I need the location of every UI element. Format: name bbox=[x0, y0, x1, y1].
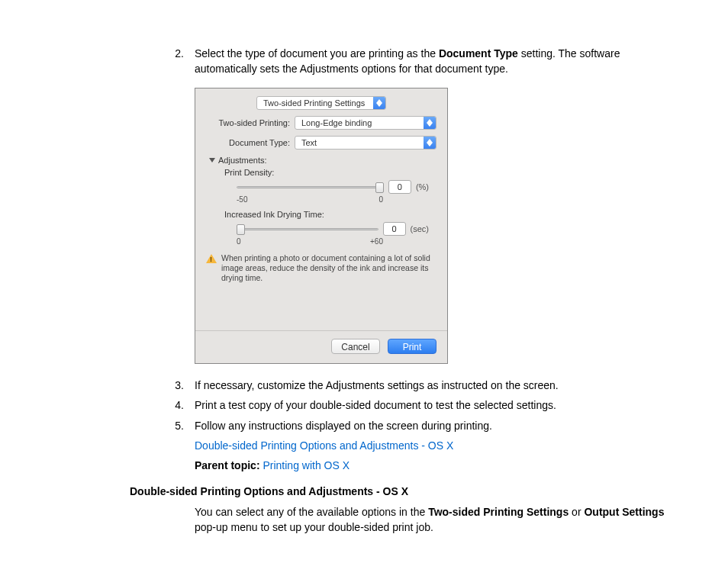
section-heading: Double-sided Printing Options and Adjust… bbox=[130, 484, 682, 499]
step-number: 4. bbox=[164, 397, 195, 413]
settings-category-select[interactable]: Two-sided Printing Settings bbox=[256, 96, 386, 110]
parent-topic-link[interactable]: Printing with OS X bbox=[263, 459, 350, 471]
step-5: 5. Follow any instructions displayed on … bbox=[46, 418, 682, 433]
chevron-updown-icon bbox=[424, 117, 436, 129]
slider-max: +60 bbox=[370, 237, 383, 246]
adjustments-label: Adjustments: bbox=[218, 156, 267, 165]
print-density-value[interactable]: 0 bbox=[388, 180, 411, 194]
svg-marker-1 bbox=[376, 103, 382, 107]
drying-time-value[interactable]: 0 bbox=[383, 222, 406, 236]
warning-note: ! When printing a photo or document cont… bbox=[206, 253, 436, 283]
print-density-label: Print Density: bbox=[224, 168, 436, 177]
warning-icon: ! bbox=[206, 254, 217, 265]
cancel-button[interactable]: Cancel bbox=[331, 339, 380, 354]
svg-marker-3 bbox=[427, 123, 433, 127]
print-button[interactable]: Print bbox=[388, 339, 436, 354]
select-value: Text bbox=[295, 138, 424, 147]
select-value: Long-Edge binding bbox=[295, 118, 424, 127]
options-adjustments-link[interactable]: Double-sided Printing Options and Adjust… bbox=[195, 439, 453, 452]
disclosure-triangle-icon bbox=[209, 158, 215, 162]
step-number: 2. bbox=[164, 46, 195, 77]
select-value: Two-sided Printing Settings bbox=[257, 98, 373, 108]
document-type-label: Document Type: bbox=[206, 138, 295, 147]
slider-min: 0 bbox=[237, 237, 241, 246]
drying-time-unit: (sec) bbox=[411, 224, 429, 233]
svg-marker-5 bbox=[427, 143, 433, 146]
step-text: If necessary, customize the Adjustments … bbox=[195, 378, 682, 393]
adjustments-disclosure[interactable]: Adjustments: bbox=[209, 156, 436, 165]
drying-time-label: Increased Ink Drying Time: bbox=[224, 210, 436, 219]
step-number: 3. bbox=[164, 378, 195, 393]
document-type-select[interactable]: Text bbox=[295, 136, 436, 150]
chevron-updown-icon bbox=[373, 97, 385, 109]
chevron-updown-icon bbox=[424, 137, 436, 149]
step-text: Print a test copy of your double-sided d… bbox=[195, 397, 682, 413]
print-settings-dialog: Two-sided Printing Settings Two-sided Pr… bbox=[195, 88, 448, 364]
slider-min: -50 bbox=[237, 195, 247, 204]
warning-text: When printing a photo or document contai… bbox=[221, 253, 436, 283]
step-text: Select the type of document you are prin… bbox=[195, 46, 682, 77]
print-density-slider[interactable] bbox=[237, 182, 384, 192]
step-4: 4. Print a test copy of your double-side… bbox=[46, 397, 682, 413]
section-body: You can select any of the available opti… bbox=[195, 504, 682, 536]
step-3: 3. If necessary, customize the Adjustmen… bbox=[46, 378, 682, 393]
slider-max: 0 bbox=[378, 195, 383, 204]
drying-time-slider[interactable] bbox=[237, 224, 378, 234]
step-text: Follow any instructions displayed on the… bbox=[195, 418, 682, 433]
step-2: 2. Select the type of document you are p… bbox=[46, 46, 682, 77]
step-number: 5. bbox=[164, 418, 195, 433]
parent-topic-label: Parent topic: bbox=[195, 459, 263, 471]
two-sided-printing-select[interactable]: Long-Edge binding bbox=[295, 116, 436, 130]
print-density-unit: (%) bbox=[416, 182, 429, 191]
two-sided-printing-label: Two-sided Printing: bbox=[206, 118, 295, 127]
